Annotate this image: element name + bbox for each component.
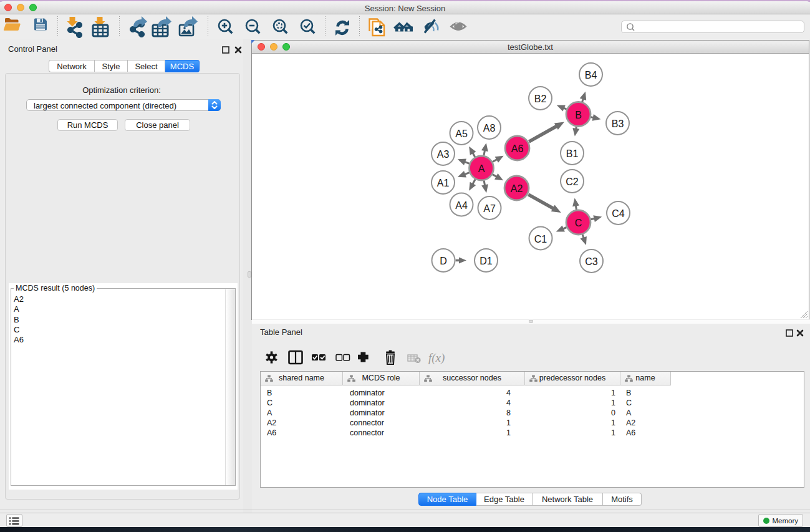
svg-text:f(x): f(x) — [428, 351, 445, 365]
svg-text:A3: A3 — [437, 149, 450, 160]
svg-text:A4: A4 — [455, 200, 468, 211]
svg-text:A7: A7 — [483, 203, 496, 214]
svg-text:A1: A1 — [437, 178, 450, 188]
svg-text:B3: B3 — [612, 118, 624, 129]
svg-text:A6: A6 — [511, 143, 524, 154]
svg-text:A: A — [478, 163, 485, 174]
svg-text:B2: B2 — [534, 94, 547, 104]
svg-text:A2: A2 — [511, 183, 523, 194]
svg-text:C3: C3 — [585, 256, 598, 267]
svg-text:B1: B1 — [566, 148, 579, 159]
svg-text:C4: C4 — [612, 208, 625, 219]
svg-text:C1: C1 — [534, 234, 547, 244]
svg-text:A5: A5 — [455, 128, 468, 139]
svg-text:C: C — [575, 218, 582, 228]
svg-text:A8: A8 — [483, 123, 496, 133]
svg-text:D1: D1 — [480, 256, 493, 266]
svg-text:B: B — [575, 110, 582, 120]
svg-text:B4: B4 — [585, 70, 597, 80]
svg-text:C2: C2 — [566, 177, 579, 187]
svg-text:D: D — [440, 256, 447, 266]
